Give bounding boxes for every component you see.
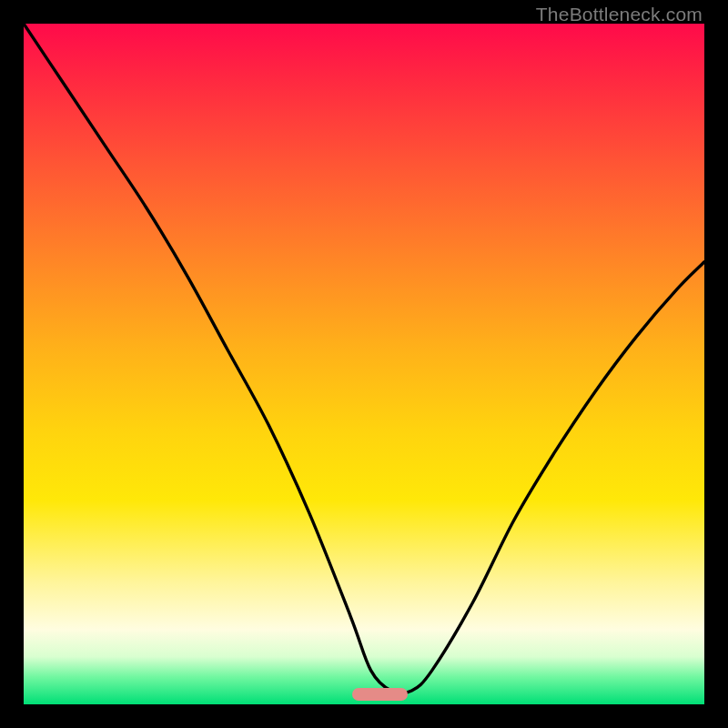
curve-path (24, 24, 704, 693)
chart-stage: TheBottleneck.com (0, 0, 728, 728)
bottleneck-curve (24, 24, 704, 704)
watermark-text: TheBottleneck.com (536, 4, 703, 25)
plot-area (24, 24, 704, 704)
optimal-marker (352, 688, 408, 701)
